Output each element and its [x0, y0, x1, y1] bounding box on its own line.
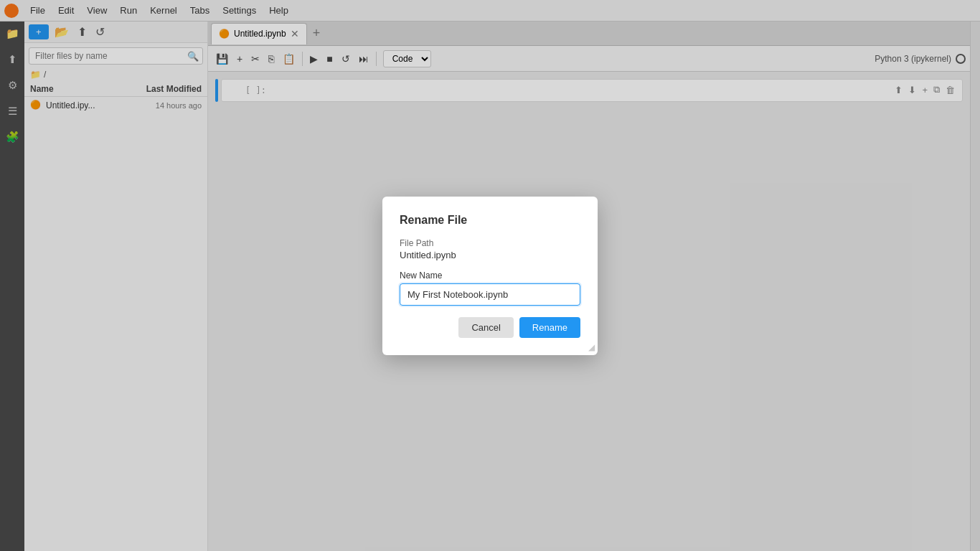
modal-overlay: Rename File File Path Untitled.ipynb New…	[0, 0, 980, 551]
rename-file-modal: Rename File File Path Untitled.ipynb New…	[382, 197, 598, 355]
file-path-value: Untitled.ipynb	[400, 250, 580, 260]
modal-title: Rename File	[400, 214, 580, 227]
rename-button[interactable]: Rename	[519, 317, 580, 338]
new-name-input[interactable]	[400, 283, 580, 306]
modal-buttons: Cancel Rename	[400, 317, 580, 338]
new-name-label: New Name	[400, 270, 580, 281]
modal-resize-handle[interactable]: ◢	[588, 342, 595, 352]
file-path-label: File Path	[400, 238, 580, 248]
cancel-button[interactable]: Cancel	[458, 317, 513, 338]
